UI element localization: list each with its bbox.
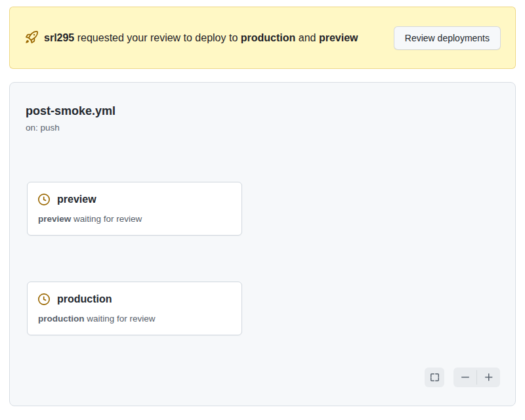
deploy-review-banner: srl295 requested your review to deploy t… [9, 7, 516, 69]
screen-full-icon [429, 372, 440, 383]
job-header: production [38, 292, 231, 306]
job-header: preview [38, 192, 231, 207]
workflow-file-name: post-smoke.yml [26, 102, 499, 119]
banner-message: srl295 requested your review to deploy t… [26, 30, 383, 46]
job-status-env: production [38, 314, 85, 324]
job-status: production waiting for review [38, 312, 231, 326]
job-card-preview[interactable]: preview preview waiting for review [27, 182, 242, 236]
zoom-out-button[interactable] [453, 368, 476, 387]
env-preview: preview [319, 32, 358, 43]
env-production: production [241, 32, 296, 43]
banner-conjunction: and [299, 32, 316, 43]
job-status-env: preview [38, 214, 71, 224]
graph-controls [425, 368, 500, 387]
zoom-in-button[interactable] [477, 368, 500, 387]
workflow-graph-panel: post-smoke.yml on: push preview preview … [9, 82, 516, 406]
job-status-text: waiting for review [87, 314, 155, 324]
job-name: production [57, 292, 112, 306]
plus-icon [484, 372, 494, 383]
fit-to-screen-button[interactable] [425, 368, 444, 387]
workflow-trigger: on: push [26, 121, 499, 135]
actor-name: srl295 [44, 32, 74, 43]
clock-icon [38, 194, 50, 205]
job-name: preview [57, 192, 96, 207]
job-status-text: waiting for review [74, 214, 142, 224]
review-deployments-button[interactable]: Review deployments [394, 26, 501, 50]
rocket-icon [26, 31, 38, 43]
minus-icon [460, 372, 471, 383]
clock-icon [38, 293, 50, 305]
job-status: preview waiting for review [38, 213, 231, 226]
job-card-production[interactable]: production production waiting for review [27, 282, 242, 335]
zoom-controls [453, 368, 500, 387]
banner-text: requested your review to deploy to [77, 32, 238, 43]
